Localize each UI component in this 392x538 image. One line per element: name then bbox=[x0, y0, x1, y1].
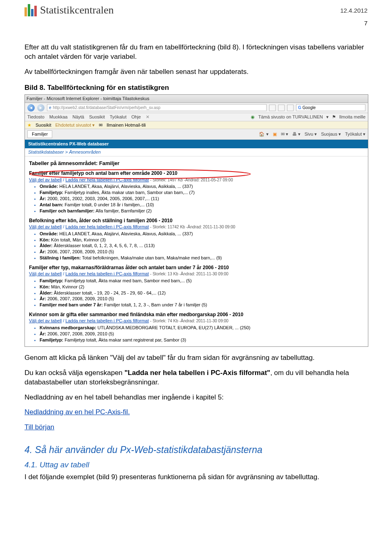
link-ladda-1[interactable]: Ladda ner hela tabellen i PC-axis filfor… bbox=[65, 177, 149, 182]
list-item: Familjetyp: Familjetyp totalt, Äkta maka… bbox=[40, 278, 364, 284]
intro-p2: Av tabellförteckningen framgår även när … bbox=[24, 67, 368, 77]
group4-meta: - Storlek: 74 Kb -Ändrad: 2011-11-30 09:… bbox=[150, 319, 229, 323]
back-icon[interactable]: ◄ bbox=[27, 104, 35, 112]
group2-bullets: Område: HELA LANDET, Akaa, Alajärvi, Ala… bbox=[40, 231, 364, 261]
ie-title-bar: Familjer - Microsoft Internet Explorer -… bbox=[25, 95, 368, 103]
home-icon[interactable]: 🏠 ▾ bbox=[259, 131, 268, 137]
dropdown-icon[interactable] bbox=[287, 105, 294, 111]
ie-menubar: Tiedosto Muokkaa Näytä Suosikit Työkalut… bbox=[25, 113, 368, 121]
group2-links: Välj del av tabell / Ladda ner hela tabe… bbox=[29, 224, 364, 230]
tool-tools[interactable]: Työkalut ▾ bbox=[345, 131, 365, 137]
forward-icon[interactable]: ► bbox=[37, 104, 45, 112]
link-ladda-2[interactable]: Ladda ner hela tabellen i PC-axis filfor… bbox=[65, 224, 149, 229]
group3-links: Välj del av tabell / Ladda ner hela tabe… bbox=[29, 271, 364, 277]
group-3: Familjer efter typ, makarnas/föräldrarna… bbox=[29, 264, 364, 308]
group-4: Kvinnor som är gifta eller sammanbor med… bbox=[29, 311, 364, 343]
group1-title: Familjer efter familjetyp och antal barn… bbox=[29, 170, 364, 176]
link-download[interactable]: Nedladdning av en hel PC-Axis-fil. bbox=[24, 408, 368, 417]
list-item: Kön: Kön totalt, Män, Kvinnor (3) bbox=[40, 237, 364, 243]
close-x-icon[interactable]: ✕ bbox=[146, 114, 149, 120]
search-text: Google bbox=[303, 105, 316, 111]
after-p1: Genom att klicka på länken "Välj del av … bbox=[24, 353, 368, 363]
group4-title: Kvinnor som är gifta eller sammanbor med… bbox=[29, 311, 364, 318]
search-field[interactable]: G Google bbox=[296, 104, 365, 112]
pxweb-content: Tabeller på ämnesområdet: Familjer Famil… bbox=[25, 156, 368, 346]
link-valj-1[interactable]: Välj del av tabell bbox=[29, 177, 62, 182]
group3-title: Familjer efter typ, makarnas/föräldrarna… bbox=[29, 264, 364, 271]
tab-familjer[interactable]: Familjer bbox=[27, 130, 52, 138]
menu-file[interactable]: Tiedosto bbox=[27, 114, 45, 120]
link-valj-2[interactable]: Välj del av tabell bbox=[29, 224, 62, 229]
page-title: Tabeller på ämnesområdet: Familjer bbox=[29, 160, 364, 167]
tool-page[interactable]: Sivu ▾ bbox=[305, 131, 317, 137]
list-item: År: 2006, 2007, 2008, 2009, 2010 (5) bbox=[40, 249, 364, 255]
fav-item-2[interactable]: Ilmainen Hotmail-tili bbox=[107, 122, 146, 128]
section-4-heading: 4. Så här använder du Px-Web-statistikda… bbox=[24, 444, 368, 455]
fav-item-1[interactable]: Ehdotetut sivustot ▾ bbox=[56, 122, 95, 128]
group2-title: Befolkning efter kön, ålder och ställnin… bbox=[29, 217, 364, 224]
list-item: Ålder: Åldersklasser totalt, 0, 1, 2, 3,… bbox=[40, 243, 364, 249]
group1-meta: - Storlek: 1497 Kb -Ändrad: 2011-05-27 0… bbox=[150, 178, 233, 182]
shield-icon: ◉ bbox=[251, 114, 255, 120]
ie-tab-bar: Familjer 🏠 ▾ ▣ ✉ ▾ 🖶 ▾ Sivu ▾ Suojaus ▾ … bbox=[25, 129, 368, 140]
report-link[interactable]: Ilmoita meille bbox=[339, 114, 365, 120]
link-valj-4[interactable]: Välj del av tabell bbox=[29, 318, 62, 323]
logo-bars-icon bbox=[24, 4, 37, 16]
sect-p: I det följande exemplet (bild 9) present… bbox=[24, 473, 368, 482]
list-item: Ställning i familjen: Total befolkningen… bbox=[40, 255, 364, 261]
list-item: Ålder: Åldersklasser totalt, - 19, 20 - … bbox=[40, 290, 364, 296]
ie-logo-icon: e bbox=[49, 105, 51, 111]
section-4-1-heading: 4.1. Uttag av tabell bbox=[24, 460, 368, 469]
doc-date: 12.4.2012 bbox=[340, 7, 368, 14]
google-icon: G bbox=[298, 105, 301, 111]
page-number: 7 bbox=[24, 20, 368, 27]
after-p2: Du kan också välja egenskapen "Ladda ner… bbox=[24, 368, 368, 387]
group-1: Familjer efter familjetyp och antal barn… bbox=[29, 170, 364, 214]
list-item: År: 2000, 2001, 2002, 2003, 2004, 2005, … bbox=[40, 196, 364, 202]
list-item: Område: HELA LANDET, Akaa, Alajärvi, Ala… bbox=[40, 183, 364, 190]
link-valj-3[interactable]: Välj del av tabell bbox=[29, 271, 62, 276]
list-item: Familjetyp: Familjetyp inalles, Äkta mak… bbox=[40, 190, 364, 196]
menu-view[interactable]: Näytä bbox=[72, 114, 84, 120]
star-icon: ★ bbox=[27, 122, 31, 128]
fav-label: Suosikit bbox=[36, 122, 51, 128]
stop-icon[interactable] bbox=[278, 105, 285, 111]
list-item: Familjer och barnfamiljer: Alla familjer… bbox=[40, 208, 364, 214]
list-item: Kvinnans medborgarskap: UTLÄNDSKA MEDBOR… bbox=[40, 325, 364, 331]
brand-logo: Statistikcentralen bbox=[24, 4, 114, 16]
after-p3: Nedladdning av en hel tabell behandlas m… bbox=[24, 393, 368, 402]
menu-tools[interactable]: Työkalut bbox=[110, 114, 127, 120]
print-icon[interactable]: 🖶 ▾ bbox=[292, 131, 301, 137]
group1-links: Välj del av tabell / Ladda ner hela tabe… bbox=[29, 177, 364, 183]
list-item: År: 2006, 2007, 2008, 2009, 2010 (5) bbox=[40, 331, 364, 337]
menu-help[interactable]: Ohje bbox=[131, 114, 141, 120]
refresh-icon[interactable] bbox=[269, 105, 276, 111]
group4-links: Välj del av tabell / Ladda ner hela tabe… bbox=[29, 318, 364, 324]
group1-bullets: Område: HELA LANDET, Akaa, Alajärvi, Ala… bbox=[40, 183, 364, 214]
mail-icon: ✉ bbox=[99, 122, 102, 128]
safety-label: Tämä sivusto on TURVALLINEN bbox=[258, 114, 323, 120]
menu-edit[interactable]: Muokkaa bbox=[49, 114, 68, 120]
group-2: Befolkning efter kön, ålder och ställnin… bbox=[29, 217, 364, 261]
ie-address-bar: ◄ ► e http://pxweb2.stat.fi/database/Sta… bbox=[25, 103, 368, 113]
doc-header: Statistikcentralen 12.4.2012 bbox=[24, 4, 368, 16]
list-item: Område: HELA LANDET, Akaa, Alajärvi, Ala… bbox=[40, 231, 364, 237]
link-ladda-3[interactable]: Ladda ner hela tabellen i PC-axis filfor… bbox=[65, 271, 149, 276]
tool-safety[interactable]: Suojaus ▾ bbox=[321, 131, 341, 137]
group2-meta: - Storlek: 11742 Kb -Ändrad: 2011-11-30 … bbox=[150, 225, 235, 229]
group4-bullets: Kvinnans medborgarskap: UTLÄNDSKA MEDBOR… bbox=[40, 325, 364, 343]
link-ladda-4[interactable]: Ladda ner hela tabellen i PC-axis filfor… bbox=[65, 318, 149, 323]
list-item: År: 2006, 2007, 2008, 2009, 2010 (5) bbox=[40, 296, 364, 302]
feed-icon[interactable]: ▣ bbox=[273, 131, 277, 137]
screenshot-container: Familjer - Microsoft Internet Explorer -… bbox=[24, 94, 368, 347]
link-top[interactable]: Till början bbox=[24, 423, 368, 432]
chevron-down-icon[interactable]: ▾ bbox=[326, 114, 329, 120]
menu-favorites[interactable]: Suosikit bbox=[89, 114, 105, 120]
breadcrumb[interactable]: Statistikdatabaser > Ämnesområden bbox=[25, 148, 368, 156]
list-item: Familjetyp: Familjetyp totalt, Äkta maka… bbox=[40, 337, 364, 343]
url-field[interactable]: e http://pxweb2.stat.fi/database/StatFin… bbox=[47, 104, 267, 112]
mail2-icon[interactable]: ✉ ▾ bbox=[281, 131, 288, 137]
intro-p1: Efter att du valt statistikgrenen får du… bbox=[24, 43, 368, 62]
brand-text: Statistikcentralen bbox=[40, 4, 114, 16]
list-item: Familjer med barn under 7 år: Familjer t… bbox=[40, 302, 364, 308]
